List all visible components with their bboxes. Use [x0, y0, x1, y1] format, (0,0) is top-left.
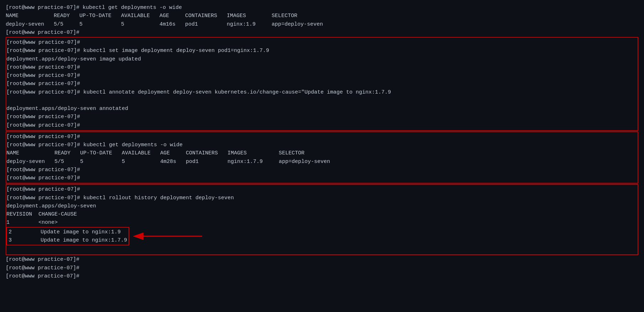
section-3: [root@www practice-07]# [root@www practi…	[6, 184, 638, 255]
line-9: [root@www practice-07]#	[6, 72, 638, 80]
line-11: [root@www practice-07]# kubectl annotate…	[6, 88, 638, 96]
line-23: [root@www practice-07]# kubectl rollout …	[6, 194, 638, 202]
line-5: [root@www practice-07]#	[6, 38, 638, 47]
line-31: [root@www practice-07]#	[6, 264, 638, 272]
line-32: [root@www practice-07]#	[6, 272, 638, 280]
highlight-section: 2 Update image to nginx:1.9 3 Update ima…	[6, 227, 129, 246]
line-30: [root@www practice-07]#	[6, 255, 638, 264]
line-2: NAME READY UP-TO-DATE AVAILABLE AGE CONT…	[6, 12, 638, 20]
line-28: 3 Update image to nginx:1.7.9	[9, 236, 127, 244]
line-13: deployment.apps/deploy-seven annotated	[6, 105, 638, 113]
line-24: deployment.apps/deploy-seven	[6, 202, 638, 210]
line-6: [root@www practice-07]# kubectl set imag…	[6, 47, 638, 55]
line-12	[6, 96, 638, 105]
highlighted-rows: 2 Update image to nginx:1.9 3 Update ima…	[6, 227, 129, 246]
line-18: NAME READY UP-TO-DATE AVAILABLE AGE CONT…	[6, 149, 638, 157]
line-17: [root@www practice-07]# kubectl get depl…	[6, 141, 638, 149]
section-2: [root@www practice-07]# [root@www practi…	[6, 131, 638, 184]
line-8: [root@www practice-07]#	[6, 63, 638, 72]
line-21: [root@www practice-07]#	[6, 174, 638, 182]
line-10: [root@www practice-07]#	[6, 80, 638, 88]
line-27: 2 Update image to nginx:1.9	[9, 228, 127, 236]
terminal: [root@www practice-07]# kubectl get depl…	[0, 0, 644, 312]
line-3: deploy-seven 5/5 5 5 4m16s pod1 nginx:1.…	[6, 20, 638, 28]
line-1: [root@www practice-07]# kubectl get depl…	[6, 4, 638, 12]
line-25: REVISION CHANGE-CAUSE	[6, 210, 638, 218]
line-22: [root@www practice-07]#	[6, 185, 638, 194]
line-19: deploy-seven 5/5 5 5 4m28s pod1 nginx:1.…	[6, 158, 638, 166]
line-15: [root@www practice-07]#	[6, 121, 638, 129]
line-16: [root@www practice-07]#	[6, 133, 638, 141]
line-20: [root@www practice-07]#	[6, 166, 638, 174]
line-14: [root@www practice-07]#	[6, 113, 638, 121]
section-1: [root@www practice-07]# [root@www practi…	[6, 37, 638, 131]
line-4: [root@www practice-07]#	[6, 28, 638, 37]
line-7: deployment.apps/deploy-seven image updat…	[6, 55, 638, 63]
annotation-arrow	[142, 230, 213, 244]
line-26: 1 <none>	[6, 218, 638, 227]
line-29	[6, 245, 638, 254]
